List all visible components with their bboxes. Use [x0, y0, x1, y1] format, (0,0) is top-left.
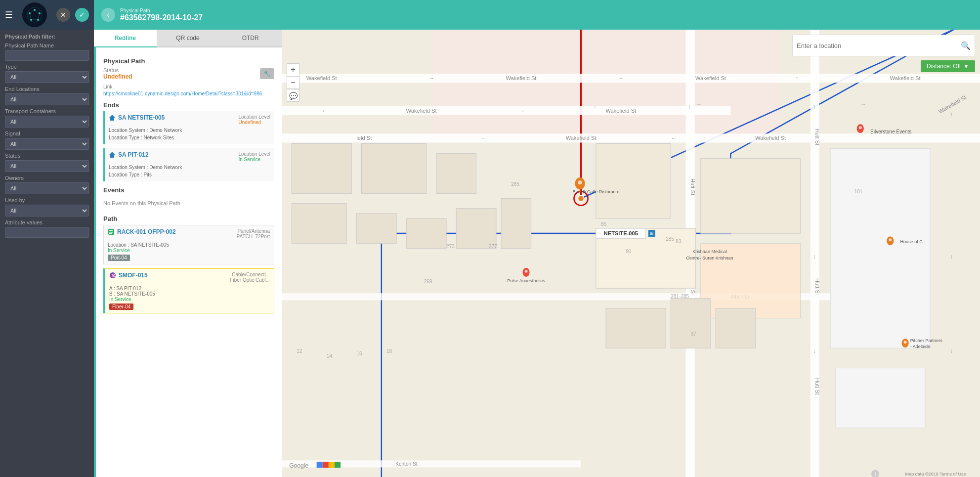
path-item-1-b: B : SA NETSITE-005 — [105, 291, 274, 297]
topbar-subtitle: Physical Path — [120, 8, 203, 13]
svg-text:↓: ↓ — [950, 253, 953, 260]
type-label: Type — [5, 64, 89, 70]
attribute-values-input[interactable] — [5, 227, 89, 238]
svg-rect-70 — [830, 149, 930, 348]
end-item-1-header: SA PIT-012 Location Level In Service — [109, 151, 270, 162]
svg-text:91: 91 — [626, 249, 632, 255]
end-locations-select[interactable]: All — [5, 93, 89, 105]
house-icon-0 — [109, 114, 116, 121]
svg-text:↓: ↓ — [950, 347, 953, 354]
transport-containers-select[interactable]: All — [5, 116, 89, 128]
status-value: Undefined — [103, 73, 132, 80]
map-search-input[interactable] — [797, 42, 961, 49]
main-content: ‹ Physical Path #63562798-2014-10-27 Red… — [94, 0, 980, 477]
svg-point-97 — [859, 126, 862, 129]
filter-section: Physical Path filter: Physical Path Name… — [0, 30, 94, 242]
search-icon[interactable]: 🔍 — [961, 41, 971, 50]
svg-text:18: 18 — [386, 348, 392, 354]
tab-otdr[interactable]: OTDR — [219, 30, 282, 47]
svg-text:Centre- Suren Krishnan: Centre- Suren Krishnan — [686, 256, 733, 260]
svg-text:Wakefield St: Wakefield St — [605, 108, 636, 114]
type-select[interactable]: All — [5, 71, 89, 83]
link-url[interactable]: https://cmonline01.dynamic-design.com/Ho… — [103, 91, 274, 96]
end-item-1-loc: Location Level In Service — [239, 151, 271, 162]
topbar-title-block: Physical Path #63562798-2014-10-27 — [120, 8, 203, 22]
svg-text:House of C...: House of C... — [900, 239, 927, 244]
svg-text:→: → — [860, 101, 866, 108]
svg-rect-60 — [406, 218, 446, 249]
svg-rect-16 — [109, 232, 113, 233]
owners-select[interactable]: All — [5, 182, 89, 194]
status-label: Status — [103, 67, 132, 73]
path-item-1-badge: Fiber-04 — [109, 304, 133, 310]
zoom-out-button[interactable]: − — [287, 76, 299, 89]
svg-text:285: 285 — [511, 181, 519, 187]
svg-point-89 — [578, 180, 582, 184]
svg-point-105 — [889, 238, 892, 241]
map-layers-button[interactable]: 💬 — [287, 89, 299, 102]
svg-rect-59 — [356, 214, 396, 244]
events-section-title: Events — [103, 186, 274, 194]
svg-text:101: 101 — [854, 189, 863, 194]
svg-text:→: → — [428, 75, 434, 81]
svg-marker-12 — [109, 115, 115, 121]
sidebar: ☰ ✕ ✓ Physical Path filter: Physical — [0, 0, 94, 477]
svg-text:↑: ↑ — [950, 111, 953, 118]
distance-toggle[interactable]: Distance: Off ▼ — [921, 60, 975, 72]
topbar-title: #63562798-2014-10-27 — [120, 13, 203, 22]
svg-text:↓: ↓ — [813, 347, 816, 354]
end-item-0-name[interactable]: SA NETSITE-005 — [109, 114, 165, 121]
svg-rect-62 — [501, 198, 531, 248]
path-item-0-badge: Port-04 — [108, 255, 130, 261]
status-filter-select[interactable]: All — [5, 160, 89, 172]
tab-redline[interactable]: Redline — [94, 30, 157, 47]
path-icon-1: ⌘ — [109, 272, 116, 279]
path-item-0-name[interactable]: RACK-001 OFPP-002 — [108, 228, 176, 235]
zoom-in-button[interactable]: + — [287, 63, 299, 76]
svg-text:→: → — [618, 75, 624, 81]
sidebar-logo — [22, 2, 47, 27]
events-empty: No Events on this Physical Path — [103, 196, 274, 210]
tab-qrcode[interactable]: QR code — [157, 30, 219, 47]
svg-rect-125 — [317, 462, 323, 468]
svg-rect-63 — [596, 143, 671, 218]
svg-text:277: 277 — [489, 244, 497, 249]
path-item-0-location: Location : SA NETSITE-005 — [104, 242, 274, 248]
svg-rect-58 — [292, 204, 346, 244]
signal-select[interactable]: All — [5, 138, 89, 150]
status-row: Status Undefined 🔧 — [103, 67, 274, 80]
svg-text:Wakefield St: Wakefield St — [695, 75, 726, 81]
svg-text:→: → — [696, 101, 702, 108]
svg-rect-71 — [835, 368, 925, 428]
svg-text:16: 16 — [356, 351, 362, 356]
wrench-button[interactable]: 🔧 — [260, 68, 274, 79]
svg-text:Hutt St: Hutt St — [814, 278, 820, 295]
svg-rect-68 — [671, 298, 711, 348]
svg-text:285: 285 — [666, 236, 674, 242]
path-item-0-type: Panel/Antenna PATCH_72Port — [237, 228, 270, 239]
svg-point-0 — [22, 2, 47, 27]
path-item-1-name[interactable]: ⌘ SMOF-015 — [109, 272, 148, 279]
svg-text:Silverstone Events: Silverstone Events — [870, 129, 911, 134]
path-item-0: RACK-001 OFPP-002 Panel/Antenna PATCH_72… — [103, 225, 274, 264]
transport-containers-label: Transport Containers — [5, 108, 89, 114]
back-button[interactable]: ‹ — [101, 8, 115, 22]
topbar: ‹ Physical Path #63562798-2014-10-27 — [94, 0, 980, 30]
svg-text:←: ← — [671, 135, 676, 141]
svg-text:Map data ©2019  Terms of Use: Map data ©2019 Terms of Use — [905, 472, 966, 477]
sidebar-close-button[interactable]: ✕ — [56, 8, 70, 22]
svg-rect-55 — [292, 143, 351, 193]
physical-path-name-input[interactable] — [5, 50, 89, 61]
used-by-select[interactable]: All — [5, 205, 89, 217]
attribute-values-label: Attribute values — [5, 219, 89, 225]
path-item-0-header: RACK-001 OFPP-002 Panel/Antenna PATCH_72… — [104, 225, 274, 242]
svg-text:i: i — [875, 472, 876, 477]
svg-text:Google: Google — [289, 462, 308, 469]
hamburger-menu-icon[interactable]: ☰ — [5, 9, 13, 20]
distance-label: Distance: Off — [927, 63, 961, 70]
svg-text:⌘: ⌘ — [111, 274, 115, 278]
sidebar-header: ☰ ✕ ✓ — [0, 0, 94, 30]
end-item-1-name[interactable]: SA PIT-012 — [109, 151, 149, 158]
svg-text:281-285: 281-285 — [671, 294, 689, 299]
sidebar-confirm-button[interactable]: ✓ — [75, 8, 89, 22]
